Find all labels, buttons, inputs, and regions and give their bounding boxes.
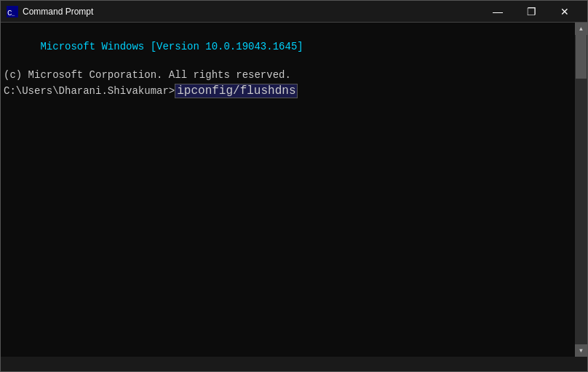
scrollbar[interactable]: ▲ ▼ [575, 23, 587, 357]
window-title: Command Prompt [23, 7, 481, 17]
console-body[interactable]: Microsoft Windows [Version 10.0.19043.16… [1, 23, 587, 357]
cmd-window: C _ Command Prompt — ❐ ✕ Microsoft Windo… [0, 0, 588, 372]
scroll-up-button[interactable]: ▲ [575, 23, 587, 35]
scrollbar-thumb[interactable] [576, 35, 587, 79]
prompt-line: C:\Users\Dharani.Shivakumar>ipconfig/flu… [4, 84, 584, 98]
scrollbar-track[interactable] [575, 35, 587, 344]
windows-version-line: Microsoft Windows [Version 10.0.19043.16… [40, 41, 303, 52]
prompt-path: C:\Users\Dharani.Shivakumar> [4, 85, 175, 97]
copyright-line: (c) Microsoft Corporation. All rights re… [4, 68, 584, 83]
svg-text:_: _ [11, 11, 15, 17]
close-button[interactable]: ✕ [548, 1, 581, 23]
console-output: Microsoft Windows [Version 10.0.19043.16… [4, 25, 584, 68]
title-bar: C _ Command Prompt — ❐ ✕ [1, 1, 587, 23]
scroll-down-button[interactable]: ▼ [575, 344, 587, 357]
minimize-button[interactable]: — [481, 1, 514, 23]
restore-button[interactable]: ❐ [514, 1, 548, 23]
window-controls: — ❐ ✕ [481, 1, 581, 23]
cmd-icon: C _ [7, 6, 18, 17]
status-bar [1, 357, 587, 371]
command-text: ipconfig/flushdns [175, 84, 298, 98]
